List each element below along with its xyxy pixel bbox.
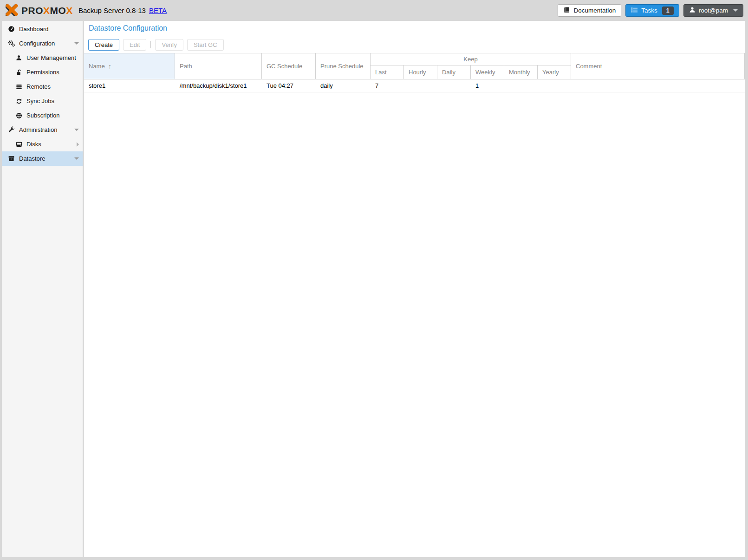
column-header-keep-monthly[interactable]: Monthly (504, 65, 538, 79)
table-header: Name ↑ Path GC Schedule Prune Schedule K… (84, 53, 745, 79)
cell-prune-schedule: daily (316, 79, 371, 92)
sidebar-item-administration[interactable]: Administration (2, 123, 83, 137)
cell-keep-last: 7 (371, 79, 404, 92)
toolbar-separator (150, 41, 151, 48)
sidebar-item-permissions[interactable]: Permissions (2, 65, 83, 79)
column-header-comment[interactable]: Comment (571, 53, 745, 79)
column-header-gc-schedule[interactable]: GC Schedule (262, 53, 316, 79)
proxmox-logo: PROXMOX (6, 4, 73, 18)
sidebar: Dashboard Configuration (2, 21, 83, 557)
hard-drive-icon (15, 141, 23, 148)
cell-gc-schedule: Tue 04:27 (262, 79, 316, 92)
sidebar-item-datastore[interactable]: Datastore (2, 151, 83, 166)
gears-icon (7, 40, 15, 47)
main-panel: Datastore Configuration Create Edit Veri… (84, 21, 745, 557)
dashboard-gauge-icon (7, 26, 15, 33)
column-header-prune-schedule[interactable]: Prune Schedule (316, 53, 371, 79)
sidebar-item-configuration[interactable]: Configuration (2, 36, 83, 51)
sidebar-item-label: Administration (19, 126, 74, 133)
user-icon (15, 55, 23, 61)
verify-button[interactable]: Verify (155, 39, 183, 51)
sync-refresh-icon (15, 98, 23, 104)
sidebar-item-label: Sync Jobs (26, 98, 79, 104)
chevron-down-icon[interactable] (74, 42, 79, 45)
datastore-table: Name ↑ Path GC Schedule Prune Schedule K… (84, 53, 745, 92)
column-group-keep: Keep Last Hourly Daily Weekly Monthly Ye… (371, 53, 571, 79)
sort-ascending-icon: ↑ (108, 62, 112, 70)
sidebar-item-label: Subscription (26, 112, 79, 119)
cell-path: /mnt/backup/disk1/store1 (175, 79, 262, 92)
title-bar: Datastore Configuration (84, 21, 745, 36)
keep-group-header: Keep (371, 53, 571, 65)
sidebar-item-disks[interactable]: Disks (2, 137, 83, 151)
server-list-icon (15, 84, 23, 90)
sidebar-item-label: Permissions (26, 69, 79, 76)
column-header-keep-yearly[interactable]: Yearly (538, 65, 571, 79)
column-header-name[interactable]: Name ↑ (84, 53, 175, 79)
column-header-keep-weekly[interactable]: Weekly (471, 65, 504, 79)
sidebar-item-label: User Management (26, 54, 79, 61)
task-list-icon (631, 7, 638, 15)
unlock-icon (15, 69, 23, 76)
top-bar: PROXMOX Backup Server 0.8-13 BETA Docume… (0, 0, 748, 21)
start-gc-button[interactable]: Start GC (187, 39, 224, 51)
sidebar-item-label: Remotes (26, 83, 79, 90)
content-frame: Dashboard Configuration (0, 21, 748, 560)
sidebar-item-sync-jobs[interactable]: Sync Jobs (2, 94, 83, 108)
table-row-store1[interactable]: store1 /mnt/backup/disk1/store1 Tue 04:2… (84, 79, 745, 92)
chevron-down-icon (733, 9, 738, 12)
table-body: store1 /mnt/backup/disk1/store1 Tue 04:2… (84, 79, 745, 92)
sidebar-item-remotes[interactable]: Remotes (2, 79, 83, 94)
sidebar-item-label: Configuration (19, 40, 74, 47)
user-menu-button[interactable]: root@pam (683, 4, 743, 17)
support-ring-icon (15, 112, 23, 119)
documentation-button[interactable]: Documentation (558, 4, 621, 17)
edit-button[interactable]: Edit (123, 39, 146, 51)
sidebar-item-subscription[interactable]: Subscription (2, 108, 83, 123)
beta-link[interactable]: BETA (149, 7, 167, 14)
cell-name: store1 (84, 79, 175, 92)
sidebar-item-label: Disks (26, 141, 77, 148)
sidebar-item-label: Datastore (19, 155, 74, 162)
app-window: PROXMOX Backup Server 0.8-13 BETA Docume… (0, 0, 748, 560)
cell-keep-daily (437, 79, 471, 92)
sidebar-item-dashboard[interactable]: Dashboard (2, 22, 83, 36)
product-version-text: Backup Server 0.8-13 (78, 7, 146, 14)
column-header-path[interactable]: Path (175, 53, 262, 79)
column-header-keep-last[interactable]: Last (371, 65, 404, 79)
cell-keep-weekly: 1 (471, 79, 504, 92)
archive-box-icon (7, 155, 15, 162)
wrench-icon (7, 126, 15, 133)
create-button[interactable]: Create (88, 39, 119, 51)
chevron-down-icon[interactable] (74, 129, 79, 131)
tasks-count-badge: 1 (662, 7, 674, 15)
column-header-keep-daily[interactable]: Daily (437, 65, 471, 79)
book-icon (563, 7, 570, 15)
column-header-keep-hourly[interactable]: Hourly (404, 65, 437, 79)
logo-wordmark: PROXMOX (21, 5, 73, 16)
tasks-button[interactable]: Tasks 1 (625, 4, 679, 17)
chevron-down-icon[interactable] (74, 157, 79, 160)
sidebar-item-label: Dashboard (19, 26, 79, 33)
cell-keep-monthly (504, 79, 538, 92)
chevron-right-icon[interactable] (77, 142, 79, 147)
proxmox-x-icon (6, 4, 18, 18)
sidebar-item-user-management[interactable]: User Management (2, 51, 83, 65)
toolbar: Create Edit Verify Start GC (84, 36, 745, 53)
cell-comment (571, 79, 745, 92)
cell-keep-hourly (404, 79, 437, 92)
page-title: Datastore Configuration (89, 24, 167, 33)
cell-keep-yearly (538, 79, 571, 92)
keep-sub-headers: Last Hourly Daily Weekly Monthly Yearly (371, 65, 571, 79)
user-icon (689, 7, 696, 14)
